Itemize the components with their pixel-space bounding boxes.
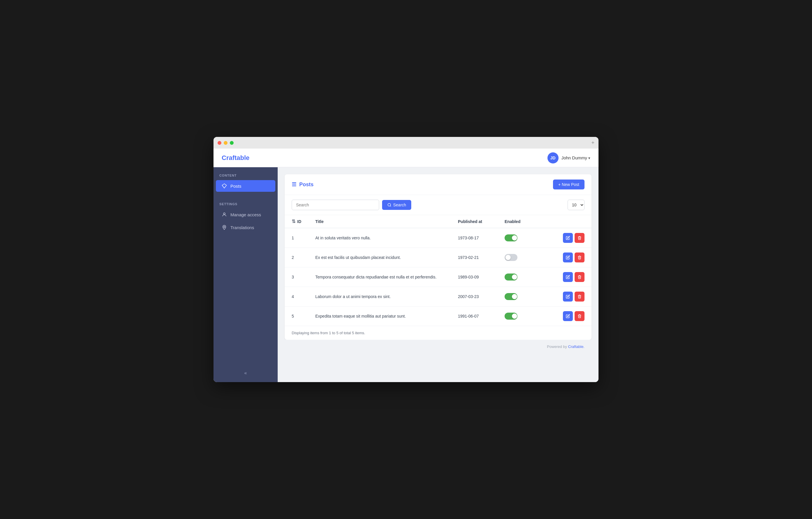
- table-row: 3 Tempora consequatur dicta repudiandae …: [285, 267, 591, 287]
- cell-enabled: [498, 267, 556, 287]
- settings-section-label: SETTINGS: [213, 196, 278, 208]
- svg-point-0: [224, 213, 225, 215]
- cell-published-at: 2007-03-23: [451, 287, 498, 306]
- toggle-enabled[interactable]: [504, 235, 517, 241]
- trash-icon: [578, 275, 582, 279]
- col-published-label: Published at: [458, 219, 482, 224]
- app-window: + Craftable JD John Dummy CONTENT Posts …: [213, 137, 599, 382]
- traffic-lights: [218, 141, 234, 145]
- cell-published-at: 1973-08-17: [451, 228, 498, 248]
- edit-icon: [566, 255, 570, 260]
- main-content: ☰ Posts + New Post Search: [278, 167, 599, 382]
- cell-id: 3: [285, 267, 308, 287]
- th-enabled[interactable]: Enabled: [498, 215, 556, 228]
- th-title[interactable]: Title: [308, 215, 451, 228]
- toggle-enabled[interactable]: [504, 312, 517, 320]
- cell-title: Ex est est facilis ut quibusdam placeat …: [308, 248, 451, 267]
- search-button-label: Search: [393, 202, 406, 207]
- sidebar-item-label-translations: Translations: [230, 225, 254, 230]
- search-icon: [387, 203, 392, 207]
- close-button[interactable]: [218, 141, 221, 145]
- edit-button[interactable]: [563, 233, 573, 243]
- toggle-enabled[interactable]: [504, 274, 517, 280]
- new-post-button[interactable]: + New Post: [553, 180, 584, 189]
- cell-actions: [556, 287, 591, 306]
- edit-icon: [566, 275, 570, 279]
- app-logo: Craftable: [222, 154, 547, 162]
- card-header: ☰ Posts + New Post: [285, 174, 591, 195]
- delete-button[interactable]: [575, 292, 584, 302]
- th-published-at[interactable]: Published at: [451, 215, 498, 228]
- sidebar-item-manage-access[interactable]: Manage access: [216, 209, 276, 220]
- powered-by-text: Powered by: [547, 345, 568, 349]
- user-icon: [222, 212, 227, 217]
- table-row: 1 At in soluta veritatis vero nulla. 197…: [285, 228, 591, 248]
- maximize-button[interactable]: [230, 141, 234, 145]
- cell-id: 1: [285, 228, 308, 248]
- th-actions: [556, 215, 591, 228]
- sidebar-item-posts[interactable]: Posts: [216, 180, 276, 192]
- edit-icon: [566, 314, 570, 318]
- sidebar-item-translations[interactable]: Translations: [216, 222, 276, 233]
- cell-enabled: [498, 248, 556, 267]
- cell-enabled: [498, 287, 556, 306]
- per-page-select[interactable]: 10 25 50: [568, 200, 584, 210]
- delete-button[interactable]: [575, 311, 584, 321]
- username-dropdown[interactable]: John Dummy: [561, 155, 590, 160]
- svg-point-2: [388, 203, 390, 206]
- table-row: 4 Laborum dolor a ut animi tempora ex si…: [285, 287, 591, 306]
- cell-id: 4: [285, 287, 308, 306]
- list-icon: ☰: [292, 181, 296, 188]
- titlebar: +: [213, 137, 599, 148]
- edit-button[interactable]: [563, 292, 573, 302]
- search-input[interactable]: [292, 200, 379, 210]
- cell-actions: [556, 267, 591, 287]
- new-tab-button[interactable]: +: [591, 140, 594, 146]
- sort-icon: ⇅: [292, 219, 295, 224]
- cell-actions: [556, 248, 591, 267]
- search-button[interactable]: Search: [382, 200, 411, 210]
- app-footer: Powered by Craftable.: [285, 340, 591, 354]
- cell-actions: [556, 306, 591, 326]
- user-avatar: JD: [547, 153, 558, 163]
- delete-button[interactable]: [575, 233, 584, 243]
- trash-icon: [578, 255, 582, 260]
- col-enabled-label: Enabled: [504, 219, 520, 224]
- col-id-label: ID: [297, 219, 301, 224]
- minimize-button[interactable]: [224, 141, 228, 145]
- collapse-sidebar-button[interactable]: «: [241, 369, 250, 377]
- delete-button[interactable]: [575, 252, 584, 263]
- trash-icon: [578, 314, 582, 318]
- data-table: ⇅ ID Title Published at Ena: [285, 215, 591, 326]
- delete-button[interactable]: [575, 272, 584, 282]
- table-row: 5 Expedita totam eaque sit mollitia aut …: [285, 306, 591, 326]
- cell-title: At in soluta veritatis vero nulla.: [308, 228, 451, 248]
- toggle-enabled[interactable]: [504, 293, 517, 300]
- edit-icon: [566, 236, 570, 240]
- pagination-info: Displaying items from 1 to 5 of total 5 …: [285, 326, 591, 340]
- trash-icon: [578, 295, 582, 299]
- sidebar-item-label-posts: Posts: [230, 184, 241, 189]
- content-card: ☰ Posts + New Post Search: [285, 174, 591, 340]
- user-section: JD John Dummy: [547, 153, 590, 163]
- th-id[interactable]: ⇅ ID: [285, 215, 308, 228]
- cell-enabled: [498, 306, 556, 326]
- edit-button[interactable]: [563, 272, 573, 282]
- edit-button[interactable]: [563, 311, 573, 321]
- edit-icon: [566, 295, 570, 299]
- cell-title: Expedita totam eaque sit mollitia aut pa…: [308, 306, 451, 326]
- table-row: 2 Ex est est facilis ut quibusdam placea…: [285, 248, 591, 267]
- cell-id: 2: [285, 248, 308, 267]
- cell-id: 5: [285, 306, 308, 326]
- card-title: ☰ Posts: [292, 181, 314, 188]
- craftable-link[interactable]: Craftable.: [568, 345, 584, 349]
- cell-published-at: 1991-06-07: [451, 306, 498, 326]
- edit-button[interactable]: [563, 252, 573, 263]
- username-label: John Dummy: [561, 155, 587, 160]
- diamond-icon: [222, 183, 227, 189]
- pin-icon: [222, 225, 227, 230]
- toggle-enabled[interactable]: [504, 254, 517, 261]
- sidebar-item-label-manage-access: Manage access: [230, 212, 261, 217]
- svg-point-1: [224, 226, 225, 228]
- cell-title: Tempora consequatur dicta repudiandae es…: [308, 267, 451, 287]
